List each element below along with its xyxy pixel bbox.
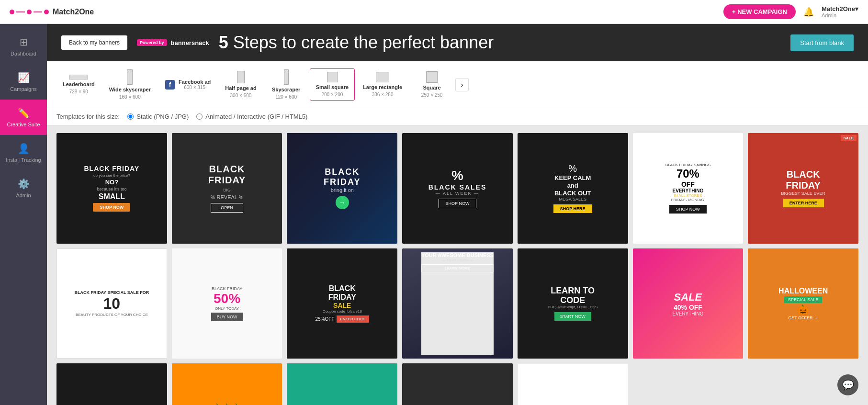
sidebar-item-creative-suite[interactable]: ✏️ Creative Suite [0,100,47,135]
logo-line [16,11,25,12]
size-square[interactable]: Square 250 × 250 [410,68,453,101]
template-trick-treat[interactable]: 🎃🎃🎃 THE TRICK OR TREAT— SALE EVENT — 25 [172,363,282,405]
leaderboard-icon [69,75,88,79]
template-happy-halloween[interactable]: Happy Halloween 🎃 [518,363,628,405]
navbar-right: + NEW CAMPAIGN 🔔 Match2One▾ Admin [723,4,858,19]
navbar: Match2One + NEW CAMPAIGN 🔔 Match2One▾ Ad… [0,0,868,24]
campaigns-icon: 📈 [18,72,30,83]
size-wide-skyscraper[interactable]: Wide skyscraper 160 × 600 [103,66,157,103]
install-tracking-icon: 👤 [18,143,30,154]
logo-line-2 [34,11,42,12]
templates-grid: BLACK FRIDAY do you see the price? NO? b… [56,133,858,405]
template-keep-calm[interactable]: % KEEP CALMandBLACK OUT MEGA SALES SHOP … [518,133,628,244]
half-page-icon [237,71,245,83]
size-small-square[interactable]: Small square 200 × 200 [310,68,355,101]
filter-label: Templates for this size: [56,113,120,120]
sidebar-item-campaigns[interactable]: 📈 Campaigns [0,64,47,100]
template-halloween-sales[interactable]: Halloween SALES [56,363,167,405]
sidebar-label-install-tracking: Install Tracking [6,157,41,163]
template-sale40[interactable]: SALE 40% OFF EVERYTHING [633,248,744,359]
size-next-button[interactable]: › [455,78,469,91]
bell-icon[interactable]: 🔔 [803,7,814,17]
filter-static[interactable]: Static (PNG / JPG) [127,113,189,120]
sidebar-label-campaigns: Campaigns [10,86,37,92]
dashboard-icon: ⊞ [20,36,28,48]
templates-section: BLACK FRIDAY do you see the price? NO? b… [47,125,868,405]
admin-icon: ⚙️ [18,178,30,190]
template-bf-red[interactable]: SALE BLACK FRIDAY BIGGEST SALE EVER ENTE… [748,133,858,244]
logo-dot-2 [27,10,32,14]
bannersnack-brand: bannersnack [171,39,209,46]
template-bf-bringon[interactable]: BLACK FRIDAY bring it on → [287,133,397,244]
template-halloween-rising[interactable]: Halloween discounts are rising [287,363,397,405]
template-awesome-costumes[interactable]: AWESOME HALLOWEEN COSTUMES [402,363,513,405]
sidebar-label-creative-suite: Creative Suite [7,122,40,127]
template-filter: Templates for this size: Static (PNG / J… [47,108,868,125]
template-beauty-sale[interactable]: BLACK FRIDAY SPECIAL SALE FOR 10 BEAUTY … [56,248,167,359]
template-halloween-sale[interactable]: HALLOWEEN SPECIAL SALE 🎃 GET OFFER → [748,248,858,359]
template-awesome-business[interactable]: YOUR AWESOME BUSINESS — TEXT HERE — LEAR… [402,248,513,359]
wide-skyscraper-icon [127,69,133,85]
animated-label: Animated / Interactive (GIF / HTML5) [205,113,307,120]
logo-dot-1 [10,10,14,14]
main-layout: ⊞ Dashboard 📈 Campaigns ✏️ Creative Suit… [0,24,868,405]
sidebar-item-dashboard[interactable]: ⊞ Dashboard [0,29,47,64]
size-large-rectangle[interactable]: Large rectangle 336 × 280 [357,68,408,101]
sidebar-label-admin: Admin [16,192,31,198]
bannersnack-logo: Powered by bannersnack [137,39,209,46]
large-rectangle-icon [376,72,389,82]
chat-icon: 💬 [842,379,854,391]
banner-header: Back to my banners Powered by bannersnac… [47,24,868,61]
sidebar-item-install-tracking[interactable]: 👤 Install Tracking [0,135,47,170]
facebook-icon: f [165,80,175,90]
template-bfsale16[interactable]: BLACK FRIDAY SALE Coupon code: bfsale16 … [287,248,397,359]
template-black-sales[interactable]: % BLACK SALES — ALL WEEK — SHOP NOW [402,133,513,244]
logo-text: Match2One [53,8,94,16]
size-selector: Leaderboard 728 × 90 Wide skyscraper 160… [47,61,868,108]
static-radio[interactable] [127,113,134,120]
back-to-banners-button[interactable]: Back to my banners [61,35,127,50]
size-leaderboard[interactable]: Leaderboard 728 × 90 [56,71,101,98]
sidebar-item-admin[interactable]: ⚙️ Admin [0,170,47,206]
skyscraper-icon [284,69,289,85]
sidebar: ⊞ Dashboard 📈 Campaigns ✏️ Creative Suit… [0,24,47,405]
template-70off[interactable]: BLACK FRIDAY SAVINGS 70% OFF EVERYTHING … [633,133,744,244]
size-half-page[interactable]: Half page ad 300 × 600 [219,68,262,101]
template-learn-code[interactable]: LEARN TOCODE PHP, JavaScript, HTML, CSS … [518,248,628,359]
size-skyscraper[interactable]: Skyscraper 120 × 600 [265,66,308,103]
page-title: 5 Steps to create the perfect banner [219,33,494,53]
user-menu[interactable]: Match2One▾ Admin [822,5,858,18]
static-label: Static (PNG / JPG) [136,113,189,120]
user-name: Match2One▾ Admin [822,5,858,18]
sale-tag: SALE [841,135,857,141]
filter-animated[interactable]: Animated / Interactive (GIF / HTML5) [196,113,307,120]
template-bf-small[interactable]: BLACK FRIDAY do you see the price? NO? b… [56,133,167,244]
logo-area: Match2One [10,8,94,16]
square-icon [426,71,438,83]
logo-icon [10,10,49,14]
logo-dot-3 [44,10,49,14]
arrow-button: → [336,196,349,209]
content-area: Back to my banners Powered by bannersnac… [47,24,868,405]
chat-button[interactable]: 💬 [837,374,858,395]
animated-radio[interactable] [196,113,203,120]
sidebar-label-dashboard: Dashboard [11,51,36,56]
start-blank-button[interactable]: Start from blank [790,34,854,51]
size-facebook-ad[interactable]: f Facebook ad 600 × 315 [159,76,217,93]
template-50off[interactable]: BLACK FRIDAY 50% ONLY TODAY BUY NOW [172,248,282,359]
new-campaign-button[interactable]: + NEW CAMPAIGN [723,4,796,19]
powered-by-label: Powered by [137,39,167,46]
template-bf-reveal[interactable]: BLACK FRIDAY BIG % REVEAL % OPEN [172,133,282,244]
creative-suite-icon: ✏️ [18,107,30,119]
small-square-icon [327,72,338,82]
